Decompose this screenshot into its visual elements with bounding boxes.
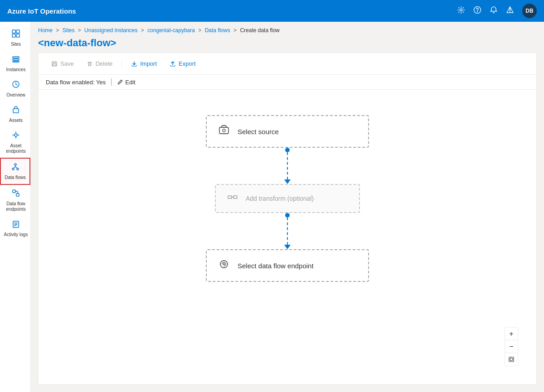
connector-line-1 bbox=[287, 152, 288, 179]
transform-icon bbox=[227, 191, 238, 206]
toolbar: Save Delete Import Export bbox=[39, 53, 536, 75]
connector-2 bbox=[284, 213, 291, 249]
topbar-actions: DB bbox=[457, 4, 537, 18]
zoom-controls: + − bbox=[505, 327, 518, 366]
svg-rect-25 bbox=[509, 357, 514, 362]
svg-rect-7 bbox=[13, 59, 19, 60]
edit-button[interactable]: Edit bbox=[117, 79, 135, 86]
overview-icon bbox=[11, 80, 20, 91]
save-button[interactable]: Save bbox=[46, 58, 79, 70]
destination-label: Select data flow endpoint bbox=[238, 262, 314, 270]
import-button[interactable]: Import bbox=[126, 58, 162, 70]
destination-node[interactable]: Select data flow endpoint bbox=[206, 249, 369, 282]
connector-dot-1 bbox=[285, 148, 290, 152]
source-node[interactable]: Select source bbox=[206, 115, 369, 148]
svg-point-24 bbox=[223, 263, 225, 265]
source-icon bbox=[218, 124, 230, 139]
content-area: Home > Sites > Unassigned instances > co… bbox=[31, 22, 544, 392]
zoom-out-button[interactable]: − bbox=[505, 340, 518, 353]
instances-icon bbox=[11, 54, 20, 66]
settings-icon[interactable] bbox=[457, 6, 465, 16]
breadcrumb: Home > Sites > Unassigned instances > co… bbox=[31, 22, 544, 35]
sidebar-item-overview[interactable]: Overview bbox=[0, 76, 30, 102]
toolbar-separator bbox=[121, 59, 122, 68]
asset-endpoints-icon bbox=[11, 131, 20, 142]
transform-label: Add transform (optional) bbox=[246, 195, 314, 202]
svg-rect-16 bbox=[16, 194, 19, 196]
sidebar-item-data-flows-label: Data flows bbox=[5, 175, 26, 180]
svg-rect-26 bbox=[510, 358, 513, 361]
connector-arrow-2 bbox=[284, 245, 291, 249]
bell-icon[interactable] bbox=[490, 6, 498, 16]
svg-rect-15 bbox=[13, 190, 15, 193]
svg-rect-4 bbox=[12, 34, 15, 37]
sidebar-item-data-flow-endpoints[interactable]: Data flow endpoints bbox=[0, 185, 30, 216]
delete-button[interactable]: Delete bbox=[81, 58, 118, 70]
sidebar-item-assets-label: Assets bbox=[9, 118, 23, 123]
assets-icon bbox=[11, 105, 20, 116]
page-title: <new-data-flow> bbox=[31, 35, 544, 53]
canvas-area: Select source Add transform (optional) bbox=[39, 90, 536, 384]
activity-logs-icon bbox=[11, 219, 20, 231]
main-card: Save Delete Import Export Data flow bbox=[38, 53, 537, 385]
svg-rect-3 bbox=[16, 30, 19, 33]
import-label: Import bbox=[140, 60, 157, 67]
data-flow-endpoints-icon bbox=[11, 189, 20, 200]
svg-rect-19 bbox=[219, 127, 228, 134]
save-label: Save bbox=[60, 60, 74, 67]
zoom-in-button[interactable]: + bbox=[505, 328, 518, 340]
breadcrumb-sites[interactable]: Sites bbox=[63, 27, 75, 34]
sites-icon bbox=[11, 29, 20, 40]
help-icon[interactable] bbox=[473, 6, 481, 16]
connector-line-2 bbox=[287, 218, 288, 245]
main-layout: Sites Instances Overview Assets bbox=[0, 22, 544, 392]
sidebar-item-instances-label: Instances bbox=[6, 67, 26, 73]
sidebar-item-sites-label: Sites bbox=[11, 42, 21, 47]
status-text: Data flow enabled: Yes bbox=[46, 79, 106, 86]
svg-point-0 bbox=[460, 9, 462, 11]
sidebar-item-activity-logs-label: Activity logs bbox=[4, 232, 28, 237]
svg-point-11 bbox=[15, 134, 17, 136]
svg-rect-2 bbox=[12, 30, 15, 33]
connector-arrow-1 bbox=[284, 179, 291, 184]
export-button[interactable]: Export bbox=[164, 58, 201, 70]
svg-rect-22 bbox=[233, 196, 237, 198]
avatar[interactable]: DB bbox=[522, 4, 537, 18]
sidebar-item-data-flow-endpoints-label: Data flow endpoints bbox=[3, 201, 29, 212]
edit-label: Edit bbox=[125, 79, 135, 86]
app-title: Azure IoT Operations bbox=[7, 7, 457, 15]
delete-label: Delete bbox=[96, 60, 113, 67]
notification-icon[interactable] bbox=[506, 6, 514, 16]
data-flows-icon bbox=[11, 162, 20, 174]
svg-rect-21 bbox=[228, 196, 232, 198]
svg-rect-6 bbox=[13, 57, 19, 58]
transform-node[interactable]: Add transform (optional) bbox=[215, 184, 360, 213]
breadcrumb-data-flows[interactable]: Data flows bbox=[205, 27, 230, 34]
source-label: Select source bbox=[238, 128, 279, 136]
sidebar-item-overview-label: Overview bbox=[6, 92, 25, 98]
breadcrumb-home[interactable]: Home bbox=[38, 27, 53, 34]
svg-rect-10 bbox=[13, 109, 19, 113]
breadcrumb-current: Create data flow bbox=[240, 27, 279, 34]
connector-dot-2 bbox=[285, 213, 290, 218]
connector-1 bbox=[284, 148, 291, 184]
status-bar: Data flow enabled: Yes Edit bbox=[39, 75, 536, 90]
destination-icon bbox=[218, 258, 230, 273]
sidebar-item-asset-endpoints-label: Asset endpoints bbox=[3, 143, 29, 154]
flow-canvas: Select source Add transform (optional) bbox=[46, 97, 529, 377]
export-label: Export bbox=[179, 60, 196, 67]
breadcrumb-unassigned[interactable]: Unassigned instances bbox=[84, 27, 137, 34]
breadcrumb-instance[interactable]: congenial-capybara bbox=[147, 27, 195, 34]
sidebar-item-instances[interactable]: Instances bbox=[0, 51, 30, 76]
sidebar-item-asset-endpoints[interactable]: Asset endpoints bbox=[0, 127, 30, 158]
sidebar-item-activity-logs[interactable]: Activity logs bbox=[0, 216, 30, 241]
svg-rect-5 bbox=[16, 34, 19, 37]
sidebar-item-data-flows[interactable]: Data flows bbox=[0, 158, 30, 185]
svg-point-20 bbox=[223, 129, 225, 132]
zoom-reset-button[interactable] bbox=[505, 353, 518, 366]
sidebar: Sites Instances Overview Assets bbox=[0, 22, 31, 392]
svg-rect-8 bbox=[13, 61, 19, 62]
sidebar-item-sites[interactable]: Sites bbox=[0, 25, 30, 51]
sidebar-item-assets[interactable]: Assets bbox=[0, 102, 30, 127]
status-separator bbox=[111, 78, 112, 86]
